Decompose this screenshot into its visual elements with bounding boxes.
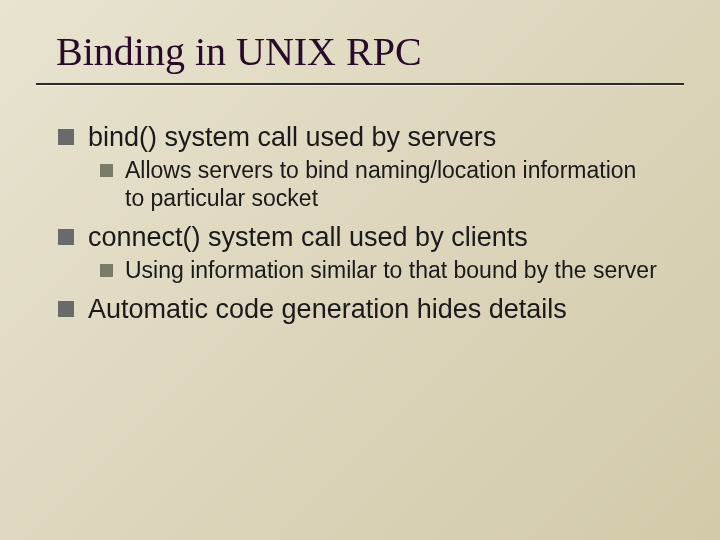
- list-item: Using information similar to that bound …: [100, 257, 660, 285]
- list-item-text: Allows servers to bind naming/location i…: [125, 157, 660, 212]
- list-item: bind() system call used by servers: [58, 121, 660, 153]
- list-item-text: Using information similar to that bound …: [125, 257, 660, 285]
- list-item: Allows servers to bind naming/location i…: [100, 157, 660, 212]
- square-bullet-icon: [100, 264, 113, 277]
- slide-title: Binding in UNIX RPC: [0, 0, 720, 83]
- slide-body: bind() system call used by servers Allow…: [0, 85, 720, 325]
- square-bullet-icon: [58, 301, 74, 317]
- square-bullet-icon: [58, 229, 74, 245]
- square-bullet-icon: [100, 164, 113, 177]
- list-item-text: connect() system call used by clients: [88, 221, 660, 253]
- square-bullet-icon: [58, 129, 74, 145]
- slide: Binding in UNIX RPC bind() system call u…: [0, 0, 720, 540]
- list-item: connect() system call used by clients: [58, 221, 660, 253]
- list-item-text: Automatic code generation hides details: [88, 293, 660, 325]
- list-item: Automatic code generation hides details: [58, 293, 660, 325]
- list-item-text: bind() system call used by servers: [88, 121, 660, 153]
